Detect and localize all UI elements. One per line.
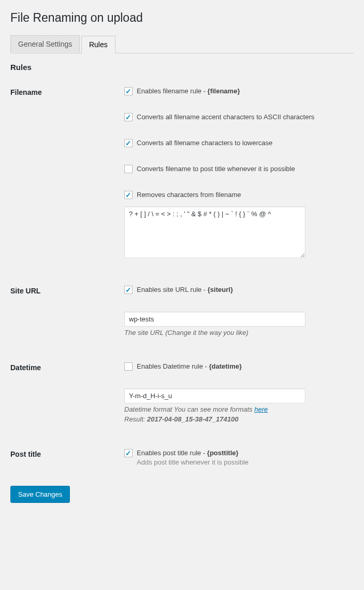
posttitle-sub: Adds post title whenever it is possible <box>137 458 354 466</box>
siteurl-enable-text: Enables site URL rule - {siteurl} <box>137 286 233 293</box>
tab-bar: General Settings Rules <box>10 35 354 53</box>
posttitle-label: Post title <box>10 449 124 458</box>
tab-rules[interactable]: Rules <box>81 36 115 53</box>
filename-accent-text: Converts all filename accent characters … <box>137 113 314 121</box>
filename-removechars-text: Removes characters from filename <box>137 191 241 199</box>
datetime-enable-text: Enables Datetime rule - {datetime} <box>137 362 242 370</box>
posttitle-enable-text: Enables post title rule - {posttitle} <box>137 449 239 457</box>
section-title: Rules <box>10 63 354 72</box>
page-title: File Renaming on upload <box>10 10 354 26</box>
filename-removechars-checkbox[interactable] <box>124 191 133 199</box>
tab-general-settings[interactable]: General Settings <box>10 35 80 52</box>
filename-chars-textarea[interactable] <box>124 206 305 258</box>
filename-posttitle-text: Converts filename to post title whenever… <box>137 165 295 173</box>
siteurl-input[interactable] <box>124 312 305 327</box>
filename-enable-checkbox[interactable] <box>124 87 133 95</box>
datetime-label: Datetime <box>10 362 124 372</box>
save-changes-button[interactable]: Save Changes <box>10 486 70 503</box>
datetime-desc: Datetime format You can see more formats… <box>124 405 354 413</box>
datetime-enable-checkbox[interactable] <box>124 362 133 371</box>
filename-label: Filename <box>10 87 124 96</box>
siteurl-enable-checkbox[interactable] <box>124 286 133 294</box>
datetime-input[interactable] <box>124 388 305 403</box>
siteurl-desc: The site URL (Change it the way you like… <box>124 329 354 336</box>
filename-accent-checkbox[interactable] <box>124 113 133 121</box>
posttitle-enable-checkbox[interactable] <box>124 449 133 457</box>
filename-posttitle-checkbox[interactable] <box>124 165 133 173</box>
filename-enable-text: Enables filename rule - {filename} <box>137 87 240 95</box>
siteurl-label: Site URL <box>10 286 124 295</box>
filename-lowercase-checkbox[interactable] <box>124 139 133 147</box>
filename-lowercase-text: Converts all filename characters to lowe… <box>137 139 272 147</box>
datetime-formats-link[interactable]: here <box>254 405 268 413</box>
datetime-result: Result: 2017-04-08_15-38-47_174100 <box>124 415 354 423</box>
